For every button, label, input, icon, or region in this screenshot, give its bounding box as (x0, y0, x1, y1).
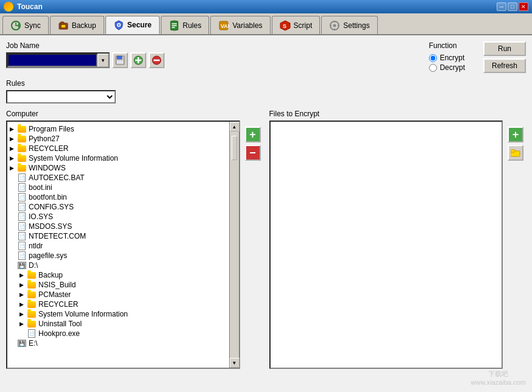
maximize-button[interactable]: □ (508, 2, 517, 11)
folder-icon (17, 144, 27, 153)
tree-arrow: ▶ (20, 301, 27, 307)
tree-arrow: ▶ (20, 311, 27, 317)
file-icon: 📄 (17, 222, 27, 231)
tree-arrow: ▶ (10, 155, 17, 161)
script-icon: S (280, 20, 291, 31)
folder-icon (27, 281, 37, 289)
computer-panel-content: ▶Program Files▶Python27▶RECYCLER▶System … (6, 121, 240, 369)
tree-item-name: D:\ (29, 261, 38, 270)
tab-script[interactable]: S Script (272, 16, 321, 34)
job-name-input[interactable] (7, 54, 98, 67)
app-icon (4, 2, 13, 12)
tab-sync[interactable]: Sync (2, 16, 49, 34)
folder-icon (27, 290, 37, 299)
tree-item[interactable]: 💾E:\ (7, 338, 229, 348)
remove-job-button[interactable] (149, 52, 165, 68)
computer-panel-label: Computer (6, 110, 263, 118)
tree-item[interactable]: 📄CONFIG.SYS (7, 202, 229, 212)
tab-settings-label: Settings (343, 21, 369, 30)
tree-item-name: System Volume Information (38, 310, 128, 318)
files-list (271, 122, 502, 368)
folder-icon (27, 320, 37, 328)
tree-item-name: E:\ (29, 339, 38, 348)
tree-item[interactable]: 💾D:\ (7, 261, 229, 270)
tree-item[interactable]: ▶Uninstall Tool (7, 319, 229, 329)
encrypt-row: Encrypt (429, 54, 465, 62)
tree-item[interactable]: 📄AUTOEXEC.BAT (7, 173, 229, 183)
add-file-button[interactable]: + (508, 127, 523, 142)
job-section: Job Name ▼ (6, 41, 417, 68)
top-controls: Job Name ▼ (6, 41, 526, 73)
tree-item[interactable]: ▶RECYCLER (7, 299, 229, 309)
tree-item[interactable]: ▶PCMaster (7, 290, 229, 299)
browse-folder-button[interactable] (508, 145, 523, 161)
remove-from-computer-button[interactable]: − (245, 145, 261, 161)
decrypt-radio[interactable] (429, 64, 437, 72)
add-job-button[interactable] (130, 52, 146, 68)
action-buttons: Run Refresh (483, 41, 526, 73)
tree-item[interactable]: 📄bootfont.bin (7, 192, 229, 202)
computer-scrollbar[interactable]: ▲ ▼ (229, 122, 239, 368)
rules-section: Rules (6, 79, 526, 103)
tab-variables[interactable]: VAR Variables (210, 16, 270, 34)
tree-item[interactable]: ▶Python27 (7, 134, 229, 144)
tree-item[interactable]: ▶Program Files (7, 124, 229, 134)
svg-rect-15 (334, 21, 335, 23)
tree-item-name: NTDETECT.COM (29, 232, 86, 240)
rules-dropdown[interactable] (6, 90, 116, 103)
scroll-up-button[interactable]: ▲ (230, 122, 239, 131)
scroll-down-button[interactable]: ▼ (230, 358, 239, 368)
tree-item[interactable]: 📄ntldr (7, 241, 229, 251)
tree-item[interactable]: ▶Backup (7, 270, 229, 280)
tree-item[interactable]: 📄NTDETECT.COM (7, 231, 229, 241)
decrypt-row: Decrypt (429, 63, 465, 72)
tree-item[interactable]: 📄IO.SYS (7, 212, 229, 222)
tree-item[interactable]: 📄boot.ini (7, 183, 229, 192)
tab-backup[interactable]: Backup (50, 16, 104, 34)
decrypt-label[interactable]: Decrypt (440, 63, 465, 72)
title-bar-buttons: ─ □ ✕ (497, 2, 528, 11)
tree-item[interactable]: ▶WINDOWS (7, 163, 229, 173)
svg-rect-29 (511, 150, 515, 152)
file-icon: 📄 (27, 329, 37, 338)
svg-rect-18 (338, 25, 339, 26)
tab-settings[interactable]: Settings (321, 16, 377, 34)
file-icon: 📄 (17, 203, 27, 211)
refresh-button[interactable]: Refresh (483, 58, 526, 73)
tab-variables-label: Variables (232, 21, 262, 30)
tree-item[interactable]: 📄MSDOS.SYS (7, 222, 229, 231)
files-panel-buttons: + (505, 121, 526, 369)
job-dropdown-button[interactable]: ▼ (98, 54, 108, 67)
file-icon: 📄 (17, 173, 27, 182)
backup-icon (58, 20, 69, 31)
close-button[interactable]: ✕ (519, 2, 528, 11)
minimize-button[interactable]: ─ (497, 2, 506, 11)
tree-arrow: ▶ (10, 126, 17, 132)
file-icon: 📄 (17, 251, 27, 260)
save-job-button[interactable] (112, 52, 128, 68)
job-name-label: Job Name (6, 41, 417, 50)
svg-point-5 (118, 24, 119, 26)
tab-secure[interactable]: Secure (105, 16, 160, 34)
tab-rules[interactable]: Rules (161, 16, 210, 34)
add-to-encrypt-button[interactable]: + (245, 127, 261, 142)
tree-item[interactable]: ▶System Volume Information (7, 309, 229, 319)
encrypt-label[interactable]: Encrypt (440, 54, 465, 62)
tree-item[interactable]: ▶RECYCLER (7, 144, 229, 153)
tree-item-name: RECYCLER (38, 300, 78, 309)
folder-icon (27, 310, 37, 318)
tree-arrow: ▶ (20, 292, 27, 298)
svg-rect-22 (118, 61, 122, 63)
file-icon: 📄 (17, 183, 27, 192)
scroll-thumb[interactable] (232, 136, 237, 160)
drive-icon: 💾 (17, 339, 27, 348)
tree-item[interactable]: ▶NSIS_Build (7, 280, 229, 290)
run-button[interactable]: Run (483, 41, 526, 56)
tree-item[interactable]: 📄Hookpro.exe (7, 329, 229, 338)
tree-item[interactable]: 📄pagefile.sys (7, 251, 229, 261)
tree-item[interactable]: ▶System Volume Information (7, 153, 229, 163)
sync-icon (10, 20, 21, 31)
files-panel-content (269, 121, 503, 369)
encrypt-radio[interactable] (429, 54, 437, 62)
tree-item-name: Uninstall Tool (38, 320, 82, 328)
